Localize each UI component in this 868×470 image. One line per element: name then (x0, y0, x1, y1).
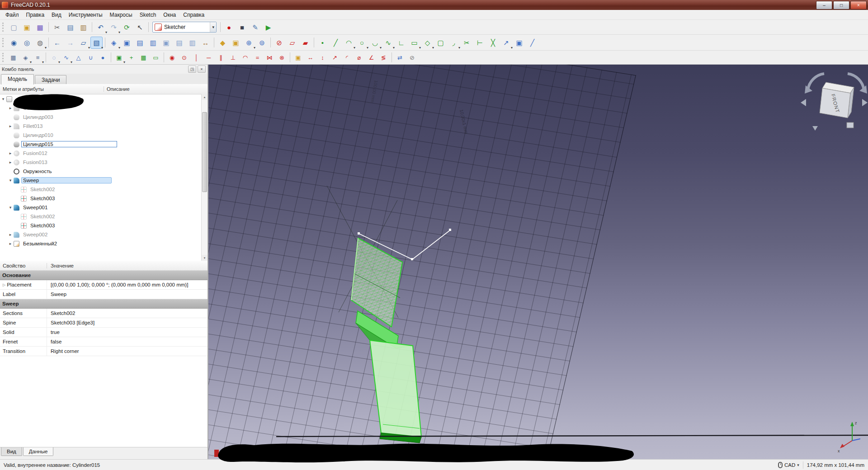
property-row[interactable]: Solidtrue (0, 328, 208, 337)
view-rear-icon[interactable]: ▣ (160, 37, 172, 49)
tree-item-label[interactable]: Sweep002 (21, 231, 49, 238)
collapse-arrow-icon[interactable]: ▾ (7, 178, 14, 183)
leave-sketch-icon[interactable]: ⊘ (273, 37, 285, 49)
dropdown-arrow-icon[interactable]: ▾ (42, 60, 44, 64)
nav-style-selector[interactable]: CAD ▾ (778, 462, 799, 468)
dropdown-arrow-icon[interactable]: ▾ (118, 46, 120, 50)
dropdown-arrow-icon[interactable]: ▾ (123, 60, 125, 64)
menu-sketch[interactable]: Sketch (136, 11, 160, 19)
delete-sketch-icon[interactable]: ▭ (150, 52, 161, 63)
view-top-icon[interactable]: ▤ (134, 37, 146, 49)
create-polygon-icon[interactable]: ◇▾ (421, 37, 434, 49)
whats-this-icon[interactable]: ↖ (134, 21, 146, 33)
tree-item-label[interactable]: Цилиндр003 (21, 114, 55, 120)
property-value[interactable]: Sweep (47, 290, 208, 299)
zoom-box-icon[interactable]: ▧▾ (90, 37, 103, 49)
dropdown-arrow-icon[interactable]: ▾ (71, 60, 72, 64)
tree-row[interactable]: Sketch002 (0, 185, 208, 194)
tree-row[interactable]: ▸Fillet013 (0, 122, 208, 131)
chevron-down-icon[interactable]: ▾ (210, 22, 216, 32)
tree-column-labels[interactable]: Метки и атрибуты (0, 86, 104, 92)
tree-item-label[interactable]: Fusion012 (21, 150, 49, 156)
titlebar[interactable]: FreeCAD 0.20.1 –□× (0, 0, 868, 10)
property-row[interactable]: Frenetfalse (0, 337, 208, 347)
expand-arrow-icon[interactable]: ▸ (7, 124, 14, 128)
constraint-coincident-icon[interactable]: ◉ (166, 52, 178, 63)
expand-arrow-icon[interactable]: ▸ (7, 151, 14, 155)
menu-справка[interactable]: Справка (179, 11, 208, 19)
constraint-equal-icon[interactable]: = (252, 52, 263, 63)
view-bottom-icon[interactable]: ▤ (173, 37, 185, 49)
tree-row[interactable]: Sketch003 (0, 221, 208, 230)
tree-item-rename-input[interactable]: Цилиндр015 (21, 141, 117, 147)
measure-distance-icon[interactable]: ↔ (199, 37, 212, 49)
view-sketch-icon[interactable]: ▱ (286, 37, 298, 49)
navigation-cube[interactable]: FRONT (801, 74, 868, 131)
construction-mode-icon[interactable]: ╱ (526, 37, 538, 49)
scroll-thumb[interactable] (202, 112, 207, 192)
tree-item-label[interactable]: Cut001 (21, 105, 42, 111)
property-column-header[interactable]: Свойство Значение (0, 261, 208, 271)
float-panel-button[interactable]: ◳ (188, 66, 196, 73)
constraint-point-on-object-icon[interactable]: ⊙ (179, 52, 190, 63)
property-column-value[interactable]: Значение (47, 263, 74, 268)
collapse-arrow-icon[interactable]: ▾ (7, 205, 14, 210)
nav-back-icon[interactable]: ← (51, 37, 63, 49)
tree-item-label[interactable]: Fusion013 (21, 159, 49, 165)
cut-icon[interactable]: ✂ (51, 21, 63, 33)
dropdown-arrow-icon[interactable]: ▾ (511, 46, 513, 50)
bspline-degree-icon[interactable]: ∿▾ (61, 52, 72, 63)
tree-item-label[interactable]: Sketch002 (28, 186, 57, 193)
tree-row[interactable]: ▸Cut001 (0, 103, 208, 113)
property-group-header[interactable]: Sweep (0, 299, 208, 309)
minimize-button[interactable]: – (816, 1, 832, 9)
expand-arrow-icon[interactable]: ▸ (7, 241, 14, 246)
create-point-icon[interactable]: • (316, 37, 329, 49)
dropdown-arrow-icon[interactable]: ▾ (458, 46, 460, 50)
dropdown-arrow-icon[interactable]: ▾ (380, 46, 382, 50)
bspline-comb-icon[interactable]: ∪ (85, 52, 96, 63)
dropdown-arrow-icon[interactable]: ▾ (105, 30, 107, 34)
save-icon[interactable]: ▦ (34, 21, 46, 33)
menu-инструменты[interactable]: Инструменты (65, 11, 106, 19)
create-slot-icon[interactable]: ▢ (434, 37, 447, 49)
create-line-icon[interactable]: ╱ (330, 37, 342, 49)
bspline-polygon-icon[interactable]: △ (73, 52, 84, 63)
create-circle-icon[interactable]: ○▾ (356, 37, 368, 49)
tree-row[interactable]: Sketch003 (0, 194, 208, 203)
tree-item-label[interactable]: Sketch003 (28, 222, 57, 229)
property-value[interactable]: Sketch002 (47, 309, 208, 318)
constraint-lock-icon[interactable]: ▣ (292, 52, 304, 63)
clone-icon[interactable]: ▣▾ (113, 52, 125, 63)
refresh-icon[interactable]: ⟳ (121, 21, 133, 33)
tree-item-label[interactable]: Sweep001 (21, 204, 49, 211)
dropdown-arrow-icon[interactable]: ▾ (254, 46, 255, 50)
property-value[interactable]: true (47, 328, 208, 337)
constraint-parallel-icon[interactable]: ∥ (215, 52, 226, 63)
dropdown-arrow-icon[interactable]: ▾ (432, 46, 434, 50)
new-file-icon[interactable]: ▢ (8, 21, 20, 33)
tree-item-label[interactable]: Sketch003 (28, 195, 57, 202)
toggle-driving-constraint-icon[interactable]: ⇄ (394, 52, 406, 63)
scroll-up-icon[interactable]: ▴ (202, 94, 208, 100)
select-elements-icon[interactable]: ◌▾ (48, 52, 60, 63)
property-row[interactable]: SpineSketch003 [Edge3] (0, 318, 208, 328)
tree-row[interactable]: ▸Безымянный2 (0, 239, 208, 248)
tab-Задачи[interactable]: Задачи (35, 75, 66, 85)
map-sketch-icon[interactable]: ▰ (299, 37, 311, 49)
paste-icon[interactable]: ▥ (77, 21, 90, 33)
constraint-symmetric-icon[interactable]: ⋈ (264, 52, 275, 63)
dropdown-arrow-icon[interactable]: ▾ (367, 46, 368, 50)
3d-viewport[interactable]: 10,00x1 mm 100,00 mm FRONT z x (208, 65, 868, 459)
dropdown-arrow-icon[interactable]: ▾ (101, 46, 103, 50)
toggle-snap-icon[interactable]: ◈▾ (20, 52, 31, 63)
carbon-copy-icon[interactable]: ▣ (513, 37, 525, 49)
constraint-block-icon[interactable]: ⊗ (276, 52, 288, 63)
toggle-active-constraint-icon[interactable]: ⊘ (406, 52, 418, 63)
property-value[interactable]: false (47, 337, 208, 346)
constraint-tangent-icon[interactable]: ◠ (240, 52, 251, 63)
tab-Данные[interactable]: Данные (23, 447, 54, 456)
render-order-icon[interactable]: ≡▾ (32, 52, 43, 63)
create-conic-icon[interactable]: ◡▾ (369, 37, 381, 49)
property-row[interactable]: TransitionRight corner (0, 347, 208, 356)
